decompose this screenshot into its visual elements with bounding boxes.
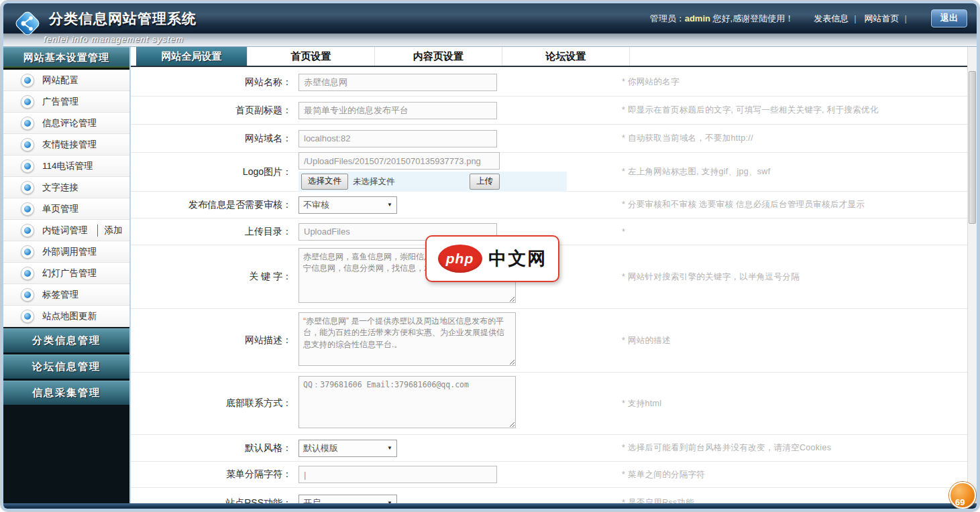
- sidebar-item-friend-links-manage[interactable]: 友情链接管理: [3, 134, 129, 155]
- bullet-icon: [21, 245, 34, 259]
- bullet-icon: [21, 181, 34, 194]
- field-label: 网站描述：: [131, 334, 298, 346]
- field-label: 网站域名：: [131, 133, 298, 145]
- select-value: 开启: [303, 497, 321, 504]
- logo-image-upload-button[interactable]: 上传: [470, 174, 500, 190]
- app-logo-icon: [13, 7, 42, 41]
- field-control-cell: [298, 312, 620, 369]
- tab-forum-settings[interactable]: 论坛设置: [502, 47, 630, 66]
- logo-image-choose-file-button[interactable]: 选择文件: [301, 174, 348, 190]
- site-name-input[interactable]: [298, 74, 497, 91]
- form-row-footer-contact: 底部联系方式：* 支持html: [131, 373, 967, 435]
- sidebar-item-text-links[interactable]: 文字连接: [3, 177, 129, 198]
- field-control-cell: 选择文件未选择文件上传: [298, 152, 620, 192]
- sidebar-group-classified-info-manage[interactable]: 分类信息管理: [3, 328, 129, 353]
- bullet-icon: [21, 117, 34, 130]
- field-hint: * 你网站的名字: [620, 76, 967, 88]
- form-row-site-description: 网站描述：* 网站的描述: [131, 309, 967, 373]
- admin-username: admin: [685, 13, 710, 23]
- form-row-default-style: 默认风格：默认模版▼* 选择后可能看到前台风格并没有改变，请清空Cookies: [131, 435, 967, 462]
- scrollbar-thumb[interactable]: [969, 71, 976, 224]
- field-hint: * 左上角网站标志图, 支持gif、jpg、swf: [620, 166, 967, 178]
- top-header: 分类信息网站管理系统 管理员：admin 您好,感谢登陆使用！ 发表信息 | 网…: [3, 3, 977, 34]
- sidebar-item-label: 外部调用管理: [42, 246, 97, 258]
- sidebar-item-add-link[interactable]: 添加: [97, 225, 123, 237]
- bullet-icon: [21, 95, 34, 109]
- field-hint: * 支持html: [620, 398, 967, 409]
- logout-button[interactable]: 退出: [931, 9, 967, 27]
- sidebar-item-sitemap-update[interactable]: 站点地图更新: [3, 306, 129, 327]
- field-control-cell: 默认模版▼: [298, 440, 620, 457]
- field-label: 发布信息是否需要审核：: [131, 199, 298, 211]
- sidebar-item-label: 站点地图更新: [42, 310, 97, 322]
- select-value: 默认模版: [303, 442, 338, 454]
- site-domain-input[interactable]: [298, 130, 497, 147]
- sidebar-group-info-collect-manage[interactable]: 信息采集管理: [3, 381, 129, 405]
- sidebar-item-single-page-manage[interactable]: 单页管理: [3, 198, 129, 220]
- bullet-icon: [21, 138, 34, 151]
- file-upload-strip: 选择文件未选择文件上传: [298, 172, 567, 192]
- settings-form: 网站名称：* 你网站的名字首页副标题：* 即显示在首页标题后的文字, 可填写一些…: [131, 68, 967, 503]
- sidebar-item-info-comment-manage[interactable]: 信息评论管理: [3, 113, 129, 134]
- field-hint: * 菜单之间的分隔字符: [620, 469, 967, 481]
- sidebar-group-basic-settings[interactable]: 网站基本设置管理: [3, 47, 129, 70]
- home-subtitle-input[interactable]: [298, 102, 497, 119]
- field-label: Logo图片：: [131, 166, 298, 178]
- field-label: 关 键 字：: [131, 271, 298, 283]
- field-label: 网站名称：: [131, 76, 298, 88]
- field-hint: * 即显示在首页标题后的文字, 可填写一些相关关键字, 利于搜索优化: [620, 105, 967, 116]
- tab-content-page-settings[interactable]: 内容页设置: [375, 47, 502, 66]
- sidebar: 网站基本设置管理 网站配置广告管理信息评论管理友情链接管理114电话管理文字连接…: [3, 47, 131, 503]
- select-value: 不审核: [303, 199, 329, 211]
- form-row-site-name: 网站名称：* 你网站的名字: [131, 68, 967, 97]
- sidebar-item-label: 标签管理: [42, 289, 78, 301]
- field-hint: * 选择后可能看到前台风格并没有改变，请清空Cookies: [620, 442, 967, 454]
- sidebar-item-external-call-manage[interactable]: 外部调用管理: [3, 241, 129, 263]
- need-audit-select[interactable]: 不审核▼: [298, 196, 397, 214]
- app-subtitle: fenlei info management system: [44, 34, 184, 44]
- field-label: 菜单分隔字符：: [131, 468, 298, 481]
- form-row-logo-image: Logo图片：选择文件未选择文件上传* 左上角网站标志图, 支持gif、jpg、…: [131, 153, 967, 192]
- sidebar-item-slide-ad-manage[interactable]: 幻灯广告管理: [3, 263, 129, 284]
- bullet-icon: [21, 310, 34, 323]
- bullet-icon: [21, 288, 34, 302]
- default-style-select[interactable]: 默认模版▼: [298, 440, 397, 457]
- sidebar-item-label: 广告管理: [42, 96, 78, 108]
- sidebar-items: 网站配置广告管理信息评论管理友情链接管理114电话管理文字连接单页管理内链词管理…: [3, 70, 129, 327]
- form-row-site-rss: 站点RSS功能：开启▼* 是否启用Rss功能: [131, 488, 967, 503]
- page-title: 分类信息网站管理系统: [49, 9, 197, 28]
- logo-image-path-input[interactable]: [298, 152, 500, 170]
- sidebar-group-forum-info-manage[interactable]: 论坛信息管理: [3, 355, 129, 379]
- field-label: 底部联系方式：: [131, 397, 298, 409]
- sidebar-item-inner-link-manage[interactable]: 内链词管理添加: [3, 220, 129, 241]
- sidebar-item-ad-manage[interactable]: 广告管理: [3, 91, 129, 113]
- tab-bar: 网站全局设置首页设置内容页设置论坛设置: [131, 47, 977, 67]
- bullet-icon: [21, 224, 34, 237]
- qq-float-badge[interactable]: 69: [949, 482, 976, 509]
- form-row-menu-separator: 菜单分隔字符：* 菜单之间的分隔字符: [131, 462, 967, 488]
- field-hint: *: [620, 227, 967, 237]
- field-control-cell: 开启▼: [298, 495, 620, 504]
- menu-separator-input[interactable]: [298, 466, 497, 483]
- post-info-link[interactable]: 发表信息: [814, 13, 849, 25]
- field-label: 首页副标题：: [131, 105, 298, 117]
- form-row-home-subtitle: 首页副标题：* 即显示在首页标题后的文字, 可填写一些相关关键字, 利于搜索优化: [131, 97, 967, 125]
- bullet-icon: [21, 74, 34, 87]
- vertical-scrollbar[interactable]: [967, 47, 977, 503]
- field-label: 上传目录：: [131, 226, 298, 238]
- site-home-link[interactable]: 网站首页: [865, 13, 900, 25]
- sidebar-item-tag-manage[interactable]: 标签管理: [3, 284, 129, 306]
- sidebar-filler: [3, 405, 129, 503]
- sidebar-item-label: 幻灯广告管理: [42, 267, 97, 279]
- subtitle-strip: fenlei info management system: [3, 34, 977, 47]
- sidebar-item-site-config[interactable]: 网站配置: [3, 70, 129, 91]
- form-row-need-audit: 发布信息是否需要审核：不审核▼* 分要审核和不审核 选要审核 信息必须后台管理员…: [131, 192, 967, 218]
- field-control-cell: [298, 466, 620, 483]
- site-description-textarea[interactable]: [298, 312, 516, 366]
- sidebar-item-label: 单页管理: [42, 203, 78, 215]
- tab-home-settings[interactable]: 首页设置: [248, 47, 375, 66]
- tab-global-settings[interactable]: 网站全局设置: [136, 47, 248, 66]
- sidebar-item-phone-114-manage[interactable]: 114电话管理: [3, 155, 129, 177]
- footer-contact-textarea[interactable]: [298, 376, 516, 428]
- site-rss-select[interactable]: 开启▼: [298, 495, 397, 504]
